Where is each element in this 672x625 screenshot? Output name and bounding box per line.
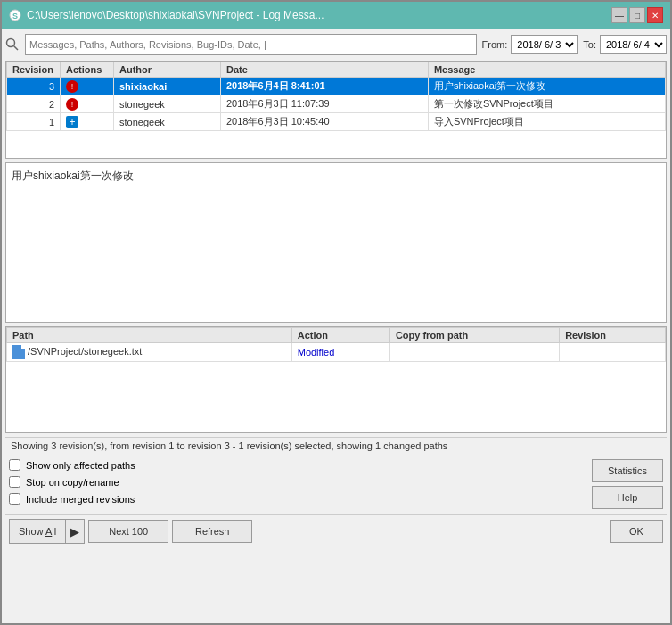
col-revision: Revision bbox=[7, 62, 61, 78]
options-left: Show only affected paths Stop on copy/re… bbox=[9, 459, 135, 505]
help-button[interactable]: Help bbox=[592, 486, 663, 509]
cell-author: shixiaokai bbox=[114, 78, 221, 95]
table-row[interactable]: 2 ! stonegeek 2018年6月3日 11:07:39 第一次修改SV… bbox=[7, 95, 666, 113]
path-table: Path Action Copy from path Revision /SVN… bbox=[6, 327, 666, 362]
include-merged-label: Include merged revisions bbox=[26, 494, 135, 505]
close-button[interactable]: ✕ bbox=[647, 7, 663, 23]
col-actions: Actions bbox=[61, 62, 114, 78]
log-table-body: 3 ! shixiaokai 2018年6月4日 8:41:01 用户shixi… bbox=[7, 78, 666, 131]
show-all-arrow-button[interactable]: ▶ bbox=[66, 520, 84, 543]
table-row[interactable]: 3 ! shixiaokai 2018年6月4日 8:41:01 用户shixi… bbox=[7, 78, 666, 95]
show-affected-checkbox[interactable] bbox=[9, 459, 20, 471]
modify-icon: ! bbox=[66, 80, 78, 93]
path-col-path: Path bbox=[7, 328, 292, 343]
title-bar: S C:\Users\lenovo\Desktop\shixiaokai\SVN… bbox=[2, 2, 670, 29]
path-table-body: /SVNProject/stonegeek.txt Modified bbox=[7, 343, 666, 362]
action-cell: + bbox=[66, 116, 108, 128]
next-100-button[interactable]: Next 100 bbox=[88, 520, 168, 543]
path-col-revision: Revision bbox=[560, 328, 666, 343]
add-icon: + bbox=[66, 116, 78, 128]
bottom-bar: Show All ▶ Next 100 Refresh OK bbox=[5, 514, 667, 547]
path-cell: /SVNProject/stonegeek.txt bbox=[7, 343, 292, 362]
col-message: Message bbox=[428, 62, 665, 78]
cell-actions: ! bbox=[61, 95, 114, 113]
cell-revision: 3 bbox=[7, 78, 61, 95]
log-table: Revision Actions Author Date Message 3 ! bbox=[6, 62, 666, 131]
path-table-container: Path Action Copy from path Revision /SVN… bbox=[5, 326, 667, 433]
col-date: Date bbox=[220, 62, 428, 78]
svn-icon: S bbox=[9, 9, 21, 21]
highlight-text: shixiaokai bbox=[33, 169, 80, 182]
cell-message: 导入SVNProject项目 bbox=[428, 113, 665, 131]
action-cell: ! bbox=[66, 80, 108, 93]
modify-icon: ! bbox=[66, 98, 78, 111]
table-row[interactable]: /SVNProject/stonegeek.txt Modified bbox=[7, 343, 666, 362]
refresh-button[interactable]: Refresh bbox=[172, 520, 252, 543]
copy-from-cell bbox=[389, 343, 559, 362]
cell-date: 2018年6月3日 11:07:39 bbox=[220, 95, 428, 113]
cell-date: 2018年6月4日 8:41:01 bbox=[220, 78, 428, 95]
include-merged-row: Include merged revisions bbox=[9, 493, 135, 505]
stop-on-copy-label: Stop on copy/rename bbox=[26, 477, 119, 488]
action-cell: Modified bbox=[291, 343, 389, 362]
from-label: From: bbox=[482, 39, 508, 50]
to-label: To: bbox=[583, 39, 596, 50]
path-col-copy-from: Copy from path bbox=[389, 328, 559, 343]
revision-cell bbox=[560, 343, 666, 362]
main-window: S C:\Users\lenovo\Desktop\shixiaokai\SVN… bbox=[0, 0, 672, 625]
search-bar: From: 2018/ 6/ 3 To: 2018/ 6/ 4 bbox=[5, 32, 667, 57]
options-right: Statistics Help bbox=[592, 459, 663, 509]
cell-revision: 1 bbox=[7, 113, 61, 131]
cell-message: 第一次修改SVNProject项目 bbox=[428, 95, 665, 113]
status-bar: Showing 3 revision(s), from revision 1 t… bbox=[5, 437, 667, 454]
show-all-button[interactable]: Show All bbox=[10, 520, 66, 543]
table-row[interactable]: 1 + stonegeek 2018年6月3日 10:45:40 导入SVNPr… bbox=[7, 113, 666, 131]
file-icon bbox=[12, 345, 25, 359]
show-affected-label: Show only affected paths bbox=[26, 460, 135, 471]
cell-message: 用户shixiaokai第一次修改 bbox=[428, 78, 665, 95]
from-date-select[interactable]: 2018/ 6/ 3 bbox=[511, 35, 578, 54]
cell-author: stonegeek bbox=[114, 95, 221, 113]
show-all-group: Show All ▶ bbox=[9, 519, 85, 544]
stop-on-copy-row: Stop on copy/rename bbox=[9, 476, 135, 488]
cell-author: stonegeek bbox=[114, 113, 221, 131]
message-detail-text: 用户shixiaokai第一次修改 bbox=[12, 169, 134, 182]
path-table-header: Path Action Copy from path Revision bbox=[7, 328, 666, 343]
show-affected-row: Show only affected paths bbox=[9, 459, 135, 471]
cell-actions: + bbox=[61, 113, 114, 131]
svg-line-3 bbox=[14, 46, 19, 51]
options-row: Show only affected paths Stop on copy/re… bbox=[5, 457, 667, 511]
status-text: Showing 3 revision(s), from revision 1 t… bbox=[11, 440, 447, 451]
cell-date: 2018年6月3日 10:45:40 bbox=[220, 113, 428, 131]
date-from-section: From: 2018/ 6/ 3 bbox=[482, 35, 578, 54]
minimize-button[interactable]: — bbox=[611, 7, 627, 23]
path-col-action: Action bbox=[291, 328, 389, 343]
stop-on-copy-checkbox[interactable] bbox=[9, 476, 20, 488]
cell-actions: ! bbox=[61, 78, 114, 95]
maximize-button[interactable]: □ bbox=[629, 7, 645, 23]
window-title: C:\Users\lenovo\Desktop\shixiaokai\SVNPr… bbox=[27, 9, 324, 21]
ok-button[interactable]: OK bbox=[610, 520, 663, 543]
title-bar-left: S C:\Users\lenovo\Desktop\shixiaokai\SVN… bbox=[9, 9, 324, 21]
to-date-select[interactable]: 2018/ 6/ 4 bbox=[600, 35, 667, 54]
svg-text:S: S bbox=[12, 12, 18, 21]
col-author: Author bbox=[114, 62, 221, 78]
cell-revision: 2 bbox=[7, 95, 61, 113]
log-table-container: Revision Actions Author Date Message 3 ! bbox=[5, 61, 667, 159]
title-controls: — □ ✕ bbox=[611, 7, 663, 23]
search-input[interactable] bbox=[25, 34, 477, 55]
main-content: From: 2018/ 6/ 3 To: 2018/ 6/ 4 Revision… bbox=[2, 29, 670, 623]
log-table-header: Revision Actions Author Date Message bbox=[7, 62, 666, 78]
svg-point-2 bbox=[7, 39, 15, 47]
action-cell: ! bbox=[66, 98, 108, 111]
message-detail-area: 用户shixiaokai第一次修改 bbox=[5, 162, 667, 323]
include-merged-checkbox[interactable] bbox=[9, 493, 20, 505]
date-to-section: To: 2018/ 6/ 4 bbox=[583, 35, 667, 54]
statistics-button[interactable]: Statistics bbox=[592, 459, 663, 482]
search-icon bbox=[5, 37, 20, 52]
